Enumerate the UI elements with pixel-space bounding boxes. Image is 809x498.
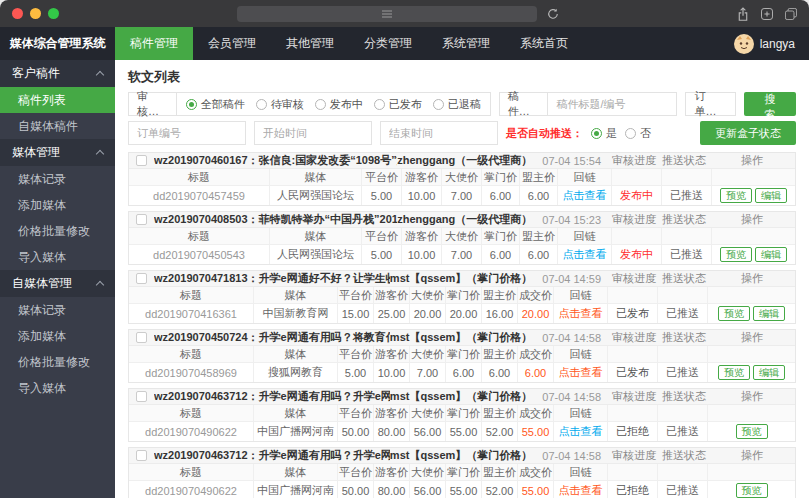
sidebar-item-manuscript-list[interactable]: 稿件列表: [0, 87, 115, 113]
entry-agent: zhenggang（一级代理商）: [397, 153, 532, 168]
col-action-label: 操作: [709, 212, 795, 227]
preview-button[interactable]: 预览: [720, 188, 752, 203]
start-time-input[interactable]: [254, 121, 372, 145]
col-push-label: 推送状态: [659, 448, 709, 463]
address-bar[interactable]: [237, 6, 537, 22]
minimize-window-button[interactable]: [30, 8, 41, 19]
view-link[interactable]: 点击查看: [557, 245, 611, 264]
col-push-label: 推送状态: [659, 153, 709, 168]
auto-push-label: 是否自动推送：: [506, 126, 583, 141]
view-link[interactable]: 点击查看: [553, 422, 607, 441]
preview-button[interactable]: 预览: [720, 247, 752, 262]
new-tab-icon[interactable]: [761, 8, 773, 20]
entry-checkbox[interactable]: [136, 450, 147, 461]
refresh-icon[interactable]: [547, 8, 559, 20]
close-window-button[interactable]: [12, 8, 23, 19]
edit-button[interactable]: 编辑: [753, 306, 785, 321]
col-guest-label: 游客价: [401, 228, 441, 244]
radio-rejected[interactable]: 已退稿: [433, 97, 481, 112]
entry-data-row: dd2019070490622 中国广播网河南 50.00 80.00 56.0…: [129, 480, 795, 498]
nav-item-system-management[interactable]: 系统管理: [427, 27, 505, 60]
edit-button[interactable]: 编辑: [755, 247, 787, 262]
user-menu[interactable]: langya: [734, 27, 809, 60]
nav-item-other-management[interactable]: 其他管理: [271, 27, 349, 60]
sidebar-item-import-media-2[interactable]: 导入媒体: [0, 375, 115, 401]
radio-published[interactable]: 已发布: [374, 97, 422, 112]
nav-item-member-management[interactable]: 会员管理: [193, 27, 271, 60]
col-ambassador-label: 大使价: [409, 464, 445, 480]
radio-pending-review[interactable]: 待审核: [256, 97, 304, 112]
article-entry: wz2019070463712：升学e网通有用吗？升学e网通的特色 mst【qs…: [128, 388, 796, 442]
entry-checkbox[interactable]: [136, 273, 147, 284]
radio-all-articles[interactable]: 全部稿件: [186, 97, 245, 112]
view-link[interactable]: 点击查看: [553, 363, 607, 382]
radio-auto-push-yes[interactable]: 是: [591, 126, 617, 141]
entry-columns-row: 标题 媒体 平台价 游客价 大使价 掌门价 盟主价 成交价 回链: [129, 287, 795, 303]
preview-button[interactable]: 预览: [718, 306, 750, 321]
col-platform-label: 平台价: [361, 169, 401, 185]
maximize-window-button[interactable]: [48, 8, 59, 19]
sidebar-item-add-media[interactable]: 添加媒体: [0, 192, 115, 218]
spacer-cell: [657, 464, 707, 480]
media-cell: 中国新教育网: [253, 304, 337, 323]
article-search-input[interactable]: [548, 93, 676, 115]
nav-item-manuscript-management[interactable]: 稿件管理: [115, 27, 193, 60]
sidebar-section-self-media-management[interactable]: 自媒体管理: [0, 270, 115, 297]
search-button[interactable]: 搜索: [744, 92, 796, 116]
preview-button[interactable]: 预览: [718, 365, 750, 380]
entry-checkbox[interactable]: [136, 391, 147, 402]
entry-checkbox[interactable]: [136, 155, 147, 166]
price-cell: 6.00: [481, 363, 517, 382]
sidebar-section-customer-manuscripts[interactable]: 客户稿件: [0, 60, 115, 87]
sidebar-item-self-media-manuscripts[interactable]: 自媒体稿件: [0, 113, 115, 139]
radio-label: 发布中: [330, 97, 363, 112]
audit-filter-label: 审核…: [129, 93, 177, 115]
sidebar-item-import-media[interactable]: 导入媒体: [0, 244, 115, 270]
radio-label: 已发布: [389, 97, 422, 112]
order-no-input[interactable]: [128, 121, 246, 145]
media-cell: 中国广播网河南: [253, 422, 337, 441]
preview-button[interactable]: 预览: [736, 424, 768, 439]
audit-filter-group: 审核… 全部稿件 待审核 发布中 已发布 已退稿: [128, 92, 491, 116]
price-cell: 56.00: [409, 422, 445, 441]
tabs-overview-icon[interactable]: [785, 8, 797, 20]
col-leader-label: 盟主价: [481, 287, 517, 303]
view-link[interactable]: 点击查看: [553, 481, 607, 498]
sidebar-section-media-management[interactable]: 媒体管理: [0, 139, 115, 166]
preview-button[interactable]: 预览: [736, 483, 768, 498]
deal-price-cell: 20.00: [517, 304, 553, 323]
col-master-label: 掌门价: [481, 169, 519, 185]
actions-cell: 预览编辑: [711, 245, 795, 264]
sidebar-item-media-records[interactable]: 媒体记录: [0, 166, 115, 192]
col-master-label: 掌门价: [445, 405, 481, 421]
view-link[interactable]: 点击查看: [557, 186, 611, 205]
sidebar-item-media-records-2[interactable]: 媒体记录: [0, 297, 115, 323]
view-link[interactable]: 点击查看: [553, 304, 607, 323]
entry-checkbox[interactable]: [136, 332, 147, 343]
sidebar-item-batch-price-edit-2[interactable]: 价格批量修改: [0, 349, 115, 375]
entry-checkbox[interactable]: [136, 214, 147, 225]
end-time-input[interactable]: [380, 121, 498, 145]
share-icon[interactable]: [737, 7, 749, 21]
filter-row-1: 审核… 全部稿件 待审核 发布中 已发布 已退稿 稿件… 订单… 搜: [128, 92, 796, 116]
radio-publishing[interactable]: 发布中: [315, 97, 363, 112]
entry-header: wz2019070471813：升学e网通好不好？让学生收获不一样的成长！ ms…: [129, 271, 795, 287]
col-link-label: 回链: [557, 228, 611, 244]
edit-button[interactable]: 编辑: [753, 365, 785, 380]
nav-item-system-home[interactable]: 系统首页: [505, 27, 583, 60]
sidebar-item-add-media-2[interactable]: 添加媒体: [0, 323, 115, 349]
col-platform-label: 平台价: [337, 346, 373, 362]
spacer-cell: [657, 346, 707, 362]
col-push-label: 推送状态: [659, 212, 709, 227]
nav-item-category-management[interactable]: 分类管理: [349, 27, 427, 60]
article-entry: wz2019070463712：升学e网通有用吗？升学e网通的特色 mst【qs…: [128, 447, 796, 498]
col-title-label: 标题: [129, 287, 253, 303]
radio-label: 全部稿件: [201, 97, 245, 112]
edit-button[interactable]: 编辑: [755, 188, 787, 203]
price-cell: 55.00: [445, 481, 481, 498]
article-search-label: 稿件…: [500, 93, 549, 115]
sidebar-item-batch-price-edit[interactable]: 价格批量修改: [0, 218, 115, 244]
radio-auto-push-no[interactable]: 否: [625, 126, 651, 141]
push-status: 已推送: [657, 304, 707, 323]
update-box-status-button[interactable]: 更新盒子状态: [700, 121, 796, 145]
